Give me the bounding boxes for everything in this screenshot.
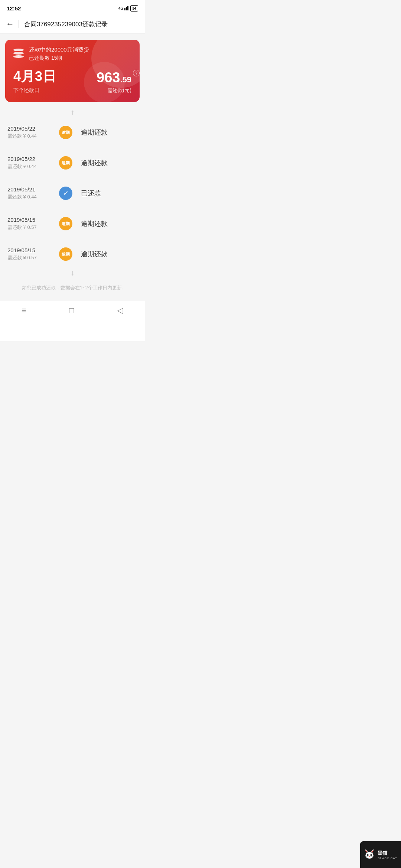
loan-card: 还款中的20000元消费贷 已还期数 15期 4月3日 下个还款日 963.59… [5, 40, 140, 102]
footer-note: 如您已成功还款，数据会在1~2个工作日内更新. [0, 277, 145, 297]
timeline-amount: 需还款 ¥ 0.44 [7, 163, 56, 170]
nav-home[interactable]: □ [69, 306, 74, 315]
timeline-amount: 需还款 ¥ 0.44 [7, 194, 56, 200]
amount-integer: 963 [97, 70, 120, 85]
timeline-amount: 需还款 ¥ 0.44 [7, 133, 56, 139]
timeline-date: 2019/05/22 [7, 125, 56, 132]
nav-back[interactable]: ◁ [117, 306, 123, 315]
timeline-item-left: 2019/05/22 需还款 ¥ 0.44 [7, 156, 56, 170]
overdue-dot: 逾期 [59, 247, 72, 261]
battery-icon: 34 [130, 5, 138, 11]
amount-decimal: .59 [120, 75, 131, 84]
next-date-block: 4月3日 下个还款日 [13, 68, 56, 94]
timeline-item-right: 逾期还款 [76, 128, 137, 137]
timeline-status: 逾期还款 [81, 128, 137, 137]
timeline-center: ✓ [56, 187, 76, 200]
nav-menu[interactable]: ≡ [22, 306, 26, 315]
timeline-item-left: 2019/05/15 需还款 ¥ 0.57 [7, 247, 56, 261]
timeline-center: 逾期 [56, 126, 76, 139]
signal-icon: 4G [118, 5, 129, 11]
next-date-label: 下个还款日 [13, 87, 56, 94]
timeline-connector [7, 139, 137, 156]
card-subtitle: 已还期数 15期 [29, 55, 89, 62]
timeline-date: 2019/05/15 [7, 247, 56, 253]
overdue-dot: 逾期 [59, 126, 72, 139]
paid-dot: ✓ [59, 187, 72, 200]
svg-rect-3 [127, 6, 128, 10]
timeline-item-left: 2019/05/22 需还款 ¥ 0.44 [7, 125, 56, 139]
next-date: 4月3日 [13, 68, 56, 86]
timeline-arrow-up: ↑ [7, 108, 137, 116]
database-icon [13, 47, 25, 59]
timeline-item-right: 已还款 [76, 189, 137, 198]
svg-rect-2 [126, 7, 127, 10]
checkmark-icon: ✓ [63, 189, 69, 197]
timeline-status: 已还款 [81, 189, 137, 198]
status-time: 12:52 [7, 5, 21, 11]
amount-label: 需还款(元) [97, 87, 131, 94]
timeline-date: 2019/05/22 [7, 156, 56, 162]
overdue-dot: 逾期 [59, 156, 72, 170]
timeline-amount: 需还款 ¥ 0.57 [7, 254, 56, 261]
card-title: 还款中的20000元消费贷 [29, 46, 89, 53]
timeline-date: 2019/05/21 [7, 186, 56, 193]
timeline-item: 2019/05/21 需还款 ¥ 0.44 ✓ 已还款 [7, 186, 137, 200]
timeline-item-left: 2019/05/15 需还款 ¥ 0.57 [7, 217, 56, 231]
timeline-item-left: 2019/05/21 需还款 ¥ 0.44 [7, 186, 56, 200]
timeline-section: ↑ 2019/05/22 需还款 ¥ 0.44 逾期 逾期还款 2019/05/… [0, 108, 145, 277]
timeline-center: 逾期 [56, 217, 76, 230]
timeline-item-right: 逾期还款 [76, 250, 137, 259]
header-divider [19, 20, 19, 28]
card-top: 还款中的20000元消费贷 已还期数 15期 [13, 46, 131, 62]
timeline-arrow-down: ↓ [7, 269, 137, 277]
status-right: 4G 34 [118, 5, 138, 11]
page-title: 合同3769235239003还款记录 [24, 20, 108, 29]
timeline-center: 逾期 [56, 156, 76, 170]
timeline-connector [7, 200, 137, 217]
svg-rect-1 [124, 8, 125, 10]
timeline-item: 2019/05/22 需还款 ¥ 0.44 逾期 逾期还款 [7, 120, 137, 139]
card-bottom: 4月3日 下个还款日 963.59 ? 需还款(元) [13, 68, 131, 94]
header: ← 合同3769235239003还款记录 [0, 15, 145, 34]
overdue-dot: 逾期 [59, 217, 72, 230]
timeline-status: 逾期还款 [81, 219, 137, 228]
timeline-connector [7, 170, 137, 186]
timeline-item-right: 逾期还款 [76, 158, 137, 167]
timeline-status: 逾期还款 [81, 158, 137, 167]
amount-block: 963.59 ? 需还款(元) [97, 70, 131, 94]
timeline-item: 2019/05/22 需还款 ¥ 0.44 逾期 逾期还款 [7, 156, 137, 170]
timeline-status: 逾期还款 [81, 250, 137, 259]
svg-text:4G: 4G [118, 6, 124, 10]
back-button[interactable]: ← [6, 19, 14, 29]
timeline-connector [7, 231, 137, 247]
help-icon[interactable]: ? [133, 70, 140, 76]
timeline-item: 2019/05/15 需还款 ¥ 0.57 逾期 逾期还款 [7, 247, 137, 261]
bottom-nav: ≡ □ ◁ [0, 301, 145, 341]
status-bar: 12:52 4G 34 [0, 0, 145, 15]
card-info: 还款中的20000元消费贷 已还期数 15期 [29, 46, 89, 62]
timeline-date: 2019/05/15 [7, 217, 56, 223]
timeline-center: 逾期 [56, 247, 76, 261]
timeline-item: 2019/05/15 需还款 ¥ 0.57 逾期 逾期还款 [7, 217, 137, 231]
timeline-item-right: 逾期还款 [76, 219, 137, 228]
timeline-amount: 需还款 ¥ 0.57 [7, 224, 56, 231]
